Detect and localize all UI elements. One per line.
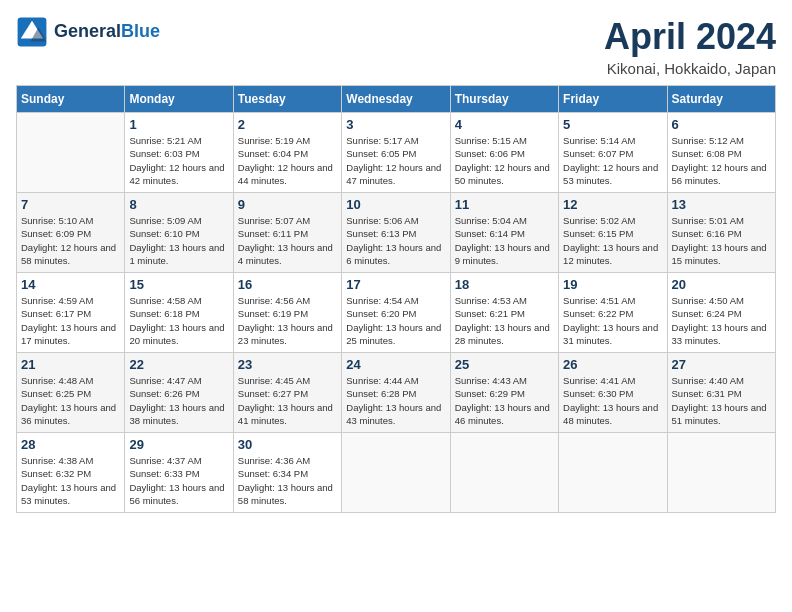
day-info: Sunrise: 4:45 AMSunset: 6:27 PMDaylight:…: [238, 374, 337, 427]
calendar-cell: 4Sunrise: 5:15 AMSunset: 6:06 PMDaylight…: [450, 113, 558, 193]
day-number: 20: [672, 277, 771, 292]
day-info: Sunrise: 4:56 AMSunset: 6:19 PMDaylight:…: [238, 294, 337, 347]
calendar-cell: 8Sunrise: 5:09 AMSunset: 6:10 PMDaylight…: [125, 193, 233, 273]
day-header-sunday: Sunday: [17, 86, 125, 113]
calendar-cell: 25Sunrise: 4:43 AMSunset: 6:29 PMDayligh…: [450, 353, 558, 433]
calendar-cell: 1Sunrise: 5:21 AMSunset: 6:03 PMDaylight…: [125, 113, 233, 193]
day-info: Sunrise: 4:40 AMSunset: 6:31 PMDaylight:…: [672, 374, 771, 427]
day-info: Sunrise: 4:38 AMSunset: 6:32 PMDaylight:…: [21, 454, 120, 507]
day-info: Sunrise: 5:02 AMSunset: 6:15 PMDaylight:…: [563, 214, 662, 267]
calendar-cell: 16Sunrise: 4:56 AMSunset: 6:19 PMDayligh…: [233, 273, 341, 353]
calendar-cell: 3Sunrise: 5:17 AMSunset: 6:05 PMDaylight…: [342, 113, 450, 193]
day-info: Sunrise: 4:50 AMSunset: 6:24 PMDaylight:…: [672, 294, 771, 347]
day-info: Sunrise: 5:21 AMSunset: 6:03 PMDaylight:…: [129, 134, 228, 187]
day-number: 15: [129, 277, 228, 292]
day-number: 19: [563, 277, 662, 292]
day-info: Sunrise: 5:01 AMSunset: 6:16 PMDaylight:…: [672, 214, 771, 267]
calendar-cell: 24Sunrise: 4:44 AMSunset: 6:28 PMDayligh…: [342, 353, 450, 433]
calendar-cell: 27Sunrise: 4:40 AMSunset: 6:31 PMDayligh…: [667, 353, 775, 433]
calendar-table: SundayMondayTuesdayWednesdayThursdayFrid…: [16, 85, 776, 513]
calendar-cell: 2Sunrise: 5:19 AMSunset: 6:04 PMDaylight…: [233, 113, 341, 193]
calendar-week-2: 7Sunrise: 5:10 AMSunset: 6:09 PMDaylight…: [17, 193, 776, 273]
calendar-cell: 19Sunrise: 4:51 AMSunset: 6:22 PMDayligh…: [559, 273, 667, 353]
day-info: Sunrise: 5:07 AMSunset: 6:11 PMDaylight:…: [238, 214, 337, 267]
calendar-cell: 7Sunrise: 5:10 AMSunset: 6:09 PMDaylight…: [17, 193, 125, 273]
day-info: Sunrise: 4:54 AMSunset: 6:20 PMDaylight:…: [346, 294, 445, 347]
day-info: Sunrise: 4:37 AMSunset: 6:33 PMDaylight:…: [129, 454, 228, 507]
day-number: 9: [238, 197, 337, 212]
calendar-cell: 18Sunrise: 4:53 AMSunset: 6:21 PMDayligh…: [450, 273, 558, 353]
calendar-week-3: 14Sunrise: 4:59 AMSunset: 6:17 PMDayligh…: [17, 273, 776, 353]
day-number: 7: [21, 197, 120, 212]
location: Kikonai, Hokkaido, Japan: [604, 60, 776, 77]
calendar-cell: 21Sunrise: 4:48 AMSunset: 6:25 PMDayligh…: [17, 353, 125, 433]
day-header-monday: Monday: [125, 86, 233, 113]
day-number: 29: [129, 437, 228, 452]
calendar-cell: 29Sunrise: 4:37 AMSunset: 6:33 PMDayligh…: [125, 433, 233, 513]
calendar-cell: [17, 113, 125, 193]
logo: GeneralBlue: [16, 16, 160, 48]
day-number: 26: [563, 357, 662, 372]
logo-text: GeneralBlue: [54, 22, 160, 42]
day-number: 16: [238, 277, 337, 292]
logo-icon: [16, 16, 48, 48]
day-info: Sunrise: 4:36 AMSunset: 6:34 PMDaylight:…: [238, 454, 337, 507]
calendar-cell: 20Sunrise: 4:50 AMSunset: 6:24 PMDayligh…: [667, 273, 775, 353]
calendar-cell: [559, 433, 667, 513]
calendar-cell: 13Sunrise: 5:01 AMSunset: 6:16 PMDayligh…: [667, 193, 775, 273]
day-number: 14: [21, 277, 120, 292]
calendar-cell: 9Sunrise: 5:07 AMSunset: 6:11 PMDaylight…: [233, 193, 341, 273]
day-number: 5: [563, 117, 662, 132]
day-header-friday: Friday: [559, 86, 667, 113]
day-info: Sunrise: 5:04 AMSunset: 6:14 PMDaylight:…: [455, 214, 554, 267]
day-number: 1: [129, 117, 228, 132]
month-title: April 2024: [604, 16, 776, 58]
calendar-cell: 15Sunrise: 4:58 AMSunset: 6:18 PMDayligh…: [125, 273, 233, 353]
day-number: 8: [129, 197, 228, 212]
calendar-cell: 12Sunrise: 5:02 AMSunset: 6:15 PMDayligh…: [559, 193, 667, 273]
day-header-thursday: Thursday: [450, 86, 558, 113]
day-info: Sunrise: 4:53 AMSunset: 6:21 PMDaylight:…: [455, 294, 554, 347]
day-header-wednesday: Wednesday: [342, 86, 450, 113]
day-number: 4: [455, 117, 554, 132]
day-info: Sunrise: 5:17 AMSunset: 6:05 PMDaylight:…: [346, 134, 445, 187]
day-header-saturday: Saturday: [667, 86, 775, 113]
day-number: 17: [346, 277, 445, 292]
calendar-cell: 28Sunrise: 4:38 AMSunset: 6:32 PMDayligh…: [17, 433, 125, 513]
calendar-week-5: 28Sunrise: 4:38 AMSunset: 6:32 PMDayligh…: [17, 433, 776, 513]
day-number: 12: [563, 197, 662, 212]
day-info: Sunrise: 4:41 AMSunset: 6:30 PMDaylight:…: [563, 374, 662, 427]
day-info: Sunrise: 5:19 AMSunset: 6:04 PMDaylight:…: [238, 134, 337, 187]
calendar-cell: 11Sunrise: 5:04 AMSunset: 6:14 PMDayligh…: [450, 193, 558, 273]
calendar-cell: 6Sunrise: 5:12 AMSunset: 6:08 PMDaylight…: [667, 113, 775, 193]
calendar-cell: 10Sunrise: 5:06 AMSunset: 6:13 PMDayligh…: [342, 193, 450, 273]
calendar-cell: [342, 433, 450, 513]
day-info: Sunrise: 4:51 AMSunset: 6:22 PMDaylight:…: [563, 294, 662, 347]
day-number: 10: [346, 197, 445, 212]
calendar-week-1: 1Sunrise: 5:21 AMSunset: 6:03 PMDaylight…: [17, 113, 776, 193]
calendar-cell: 30Sunrise: 4:36 AMSunset: 6:34 PMDayligh…: [233, 433, 341, 513]
day-info: Sunrise: 4:59 AMSunset: 6:17 PMDaylight:…: [21, 294, 120, 347]
day-info: Sunrise: 5:10 AMSunset: 6:09 PMDaylight:…: [21, 214, 120, 267]
day-number: 3: [346, 117, 445, 132]
day-number: 28: [21, 437, 120, 452]
day-number: 18: [455, 277, 554, 292]
title-section: April 2024 Kikonai, Hokkaido, Japan: [604, 16, 776, 77]
calendar-cell: 5Sunrise: 5:14 AMSunset: 6:07 PMDaylight…: [559, 113, 667, 193]
day-info: Sunrise: 4:47 AMSunset: 6:26 PMDaylight:…: [129, 374, 228, 427]
day-number: 24: [346, 357, 445, 372]
day-number: 6: [672, 117, 771, 132]
page-header: GeneralBlue April 2024 Kikonai, Hokkaido…: [16, 16, 776, 77]
day-number: 27: [672, 357, 771, 372]
day-info: Sunrise: 4:58 AMSunset: 6:18 PMDaylight:…: [129, 294, 228, 347]
days-header-row: SundayMondayTuesdayWednesdayThursdayFrid…: [17, 86, 776, 113]
day-number: 30: [238, 437, 337, 452]
day-info: Sunrise: 5:15 AMSunset: 6:06 PMDaylight:…: [455, 134, 554, 187]
calendar-week-4: 21Sunrise: 4:48 AMSunset: 6:25 PMDayligh…: [17, 353, 776, 433]
day-info: Sunrise: 4:43 AMSunset: 6:29 PMDaylight:…: [455, 374, 554, 427]
day-info: Sunrise: 5:14 AMSunset: 6:07 PMDaylight:…: [563, 134, 662, 187]
calendar-cell: [667, 433, 775, 513]
calendar-cell: 14Sunrise: 4:59 AMSunset: 6:17 PMDayligh…: [17, 273, 125, 353]
calendar-cell: [450, 433, 558, 513]
day-info: Sunrise: 4:48 AMSunset: 6:25 PMDaylight:…: [21, 374, 120, 427]
